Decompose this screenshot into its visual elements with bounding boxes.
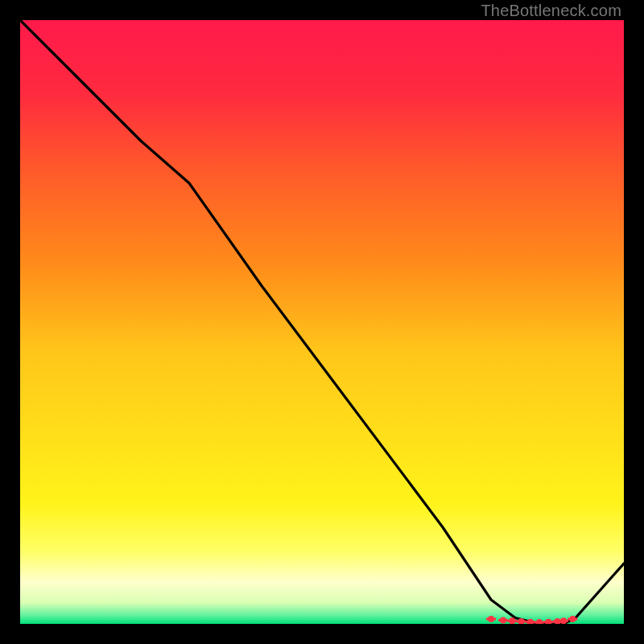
chart-svg [20, 20, 624, 624]
watermark-text: TheBottleneck.com [481, 2, 621, 20]
chart-frame [20, 20, 624, 624]
